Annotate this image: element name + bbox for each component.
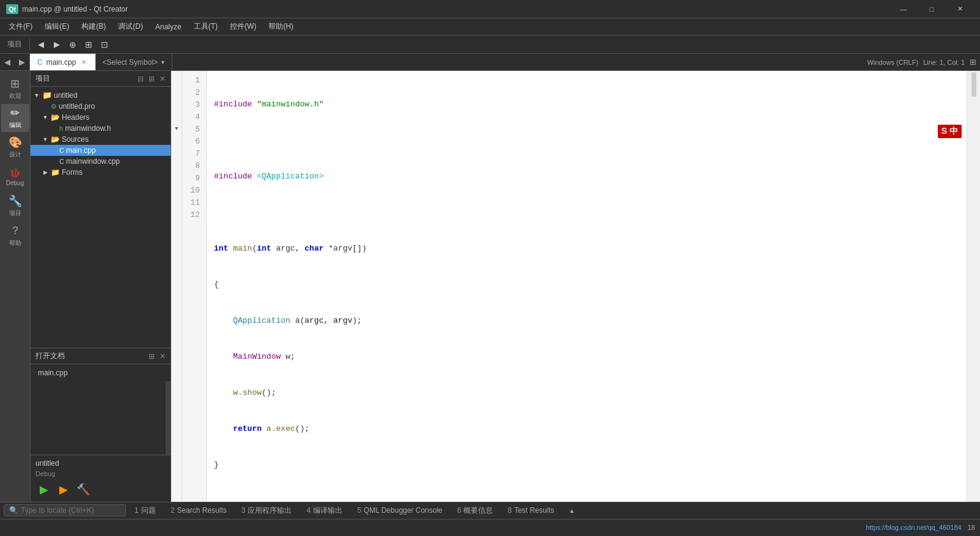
menu-build[interactable]: 构建(B) [75,19,112,34]
menu-analyze[interactable]: Analyze [149,20,188,34]
tab-icon: C [37,58,43,67]
menu-help[interactable]: 帮助(H) [262,19,300,34]
tab-nav-right[interactable]: ▶ [15,54,29,70]
toolbar-btn-2[interactable]: ⊞ [81,37,96,52]
editor-area: ▼ 12345 678910 1112 #include "mainwindow… [171,71,967,502]
fold-gutter: ▼ [171,71,182,502]
folder-icon: 📂 [51,113,60,122]
close-button[interactable]: ✕ [946,0,974,18]
menu-controls[interactable]: 控件(W) [224,19,262,34]
app-icon: Qt [6,4,18,14]
bottom-tab-qml-debug[interactable]: 5QML Debugger Console [351,504,449,517]
nav-forward-button[interactable]: ▶ [50,37,64,52]
bottom-tab-app-output[interactable]: 3应用程序输出 [235,503,298,518]
run-target-name: untitled [35,459,166,468]
tab-close-btn[interactable]: ✕ [79,58,88,66]
bottom-tab-summary[interactable]: 6概要信息 [451,503,499,518]
tree-item-mainwindow-h[interactable]: h mainwindow.h [31,123,171,134]
maximize-button[interactable]: □ [918,0,946,18]
pro-file-icon: ⚙ [51,103,57,111]
menu-edit[interactable]: 编辑(E) [39,19,75,34]
bottom-tab-expand[interactable]: ▲ [563,505,581,516]
tab-main-cpp[interactable]: C main.cpp ✕ [30,54,96,70]
cpp-file-icon: C [59,147,64,154]
bottom-tab-search-box[interactable]: 🔍 [4,504,126,516]
filter-icon[interactable]: ⊟ [138,75,144,83]
tree-label: Sources [62,135,89,144]
menu-debug[interactable]: 调试(D) [112,19,149,34]
tree-item-untitled-pro[interactable]: ⚙ untitled.pro [31,101,171,112]
sidebar-item-edit[interactable]: ✏ 编辑 [1,104,29,132]
folder-icon: 📁 [51,168,60,177]
code-line-7: QApplication a(argc, argv); [214,315,959,327]
main-layout: ⊞ 欢迎 ✏ 编辑 🎨 设计 🐞 Debug 🔧 项目 ？ 帮助 项目 ⊟ [0,71,980,502]
code-line-11: } [214,459,959,471]
project-icon: 📁 [42,90,52,100]
icon-sidebar: ⊞ 欢迎 ✏ 编辑 🎨 设计 🐞 Debug 🔧 项目 ？ 帮助 [0,71,31,502]
menu-file[interactable]: 文件(F) [2,19,39,34]
run-target-panel: untitled Debug ▶ ▶ 🔨 [31,455,171,502]
bottom-tab-search-results[interactable]: 2Search Results [164,504,233,517]
fullscreen-btn[interactable]: ⊞ [970,57,976,67]
folder-icon: 📂 [51,135,60,144]
code-line-3: #include <QApplication> [214,171,959,183]
tree-item-forms[interactable]: ▶ 📁 Forms [31,167,171,178]
bottom-tabs: 🔍 1问题 2Search Results 3应用程序输出 4编译输出 5QML… [0,502,980,519]
code-content[interactable]: #include "mainwindow.h" #include <QAppli… [207,71,967,502]
tree-label: mainwindow.cpp [66,157,120,166]
status-right: https://blog.csdn.net/qq_460184 18 [866,524,975,531]
toolbar-btn-3[interactable]: ⊡ [97,37,112,52]
sidebar-item-debug[interactable]: 🐞 Debug [1,163,29,191]
open-docs-expand-icon[interactable]: ⊞ [149,352,155,361]
project-panel-title: 项目 [35,73,50,84]
toolbar-btn-1[interactable]: ⊕ [65,37,80,52]
bottom-panel: 🔍 1问题 2Search Results 3应用程序输出 4编译输出 5QML… [0,502,980,536]
nav-back-button[interactable]: ◀ [34,37,48,52]
run-build-button[interactable]: 🔨 [75,481,92,498]
line-ending-status[interactable]: Windows (CRLF) [867,59,918,66]
separator [29,39,30,51]
tab-label: main.cpp [46,58,76,67]
code-line-2 [214,134,959,147]
sidebar-item-welcome[interactable]: ⊞ 欢迎 [1,75,29,103]
minimize-button[interactable]: — [890,0,918,18]
sidebar-item-design[interactable]: 🎨 设计 [1,133,29,161]
bottom-tab-compile[interactable]: 4编译输出 [300,503,348,518]
close-panel-icon[interactable]: ✕ [160,75,166,83]
expand-icon[interactable]: ⊞ [149,75,155,83]
run-button[interactable]: ▶ [35,481,53,498]
scrollbar[interactable] [166,381,171,455]
menu-tools[interactable]: 工具(T) [188,19,224,34]
open-doc-item[interactable]: main.cpp [31,367,171,379]
scrollbar-thumb[interactable] [971,72,976,97]
open-docs-close-icon[interactable]: ✕ [160,352,166,361]
line-col-status: Line: 1, Col: 1 [923,59,965,66]
tab-nav-left[interactable]: ◀ [0,54,15,70]
tree-item-sources[interactable]: ▼ 📂 Sources [31,134,171,145]
bottom-tab-test[interactable]: 8Test Results [501,504,560,517]
project-panel: 项目 ⊟ ⊞ ✕ ▼ 📁 untitled ⚙ untitled.pro ▼ 📂 [31,71,171,502]
window-controls: — □ ✕ [890,0,974,18]
tree-item-main-cpp[interactable]: C main.cpp [31,145,171,156]
tree-label: main.cpp [66,146,96,155]
code-line-4 [214,207,959,219]
bottom-tab-issues[interactable]: 1问题 [128,503,162,518]
tree-label: Forms [62,168,83,177]
tree-item-headers[interactable]: ▼ 📂 Headers [31,112,171,123]
tree-item-mainwindow-cpp[interactable]: C mainwindow.cpp [31,156,171,167]
sidebar-item-help[interactable]: ？ 帮助 [1,221,29,249]
symbol-selector[interactable]: <Select Symbol> ▼ [96,54,172,70]
tree-label: untitled [54,91,78,100]
open-docs-list: main.cpp [31,364,171,381]
status-bar: https://blog.csdn.net/qq_460184 18 [0,519,980,536]
code-line-12 [214,495,959,502]
search-icon: 🔍 [9,506,18,515]
tree-label: untitled.pro [59,102,95,111]
search-input[interactable] [21,506,119,515]
sidebar-item-project[interactable]: 🔧 项目 [1,192,29,220]
run-debug-button[interactable]: ▶ [55,481,72,498]
tree-item-untitled[interactable]: ▼ 📁 untitled [31,89,171,101]
line-numbers: 12345 678910 1112 [182,71,207,502]
run-buttons: ▶ ▶ 🔨 [35,481,166,498]
code-editor[interactable]: ▼ 12345 678910 1112 #include "mainwindow… [171,71,967,502]
